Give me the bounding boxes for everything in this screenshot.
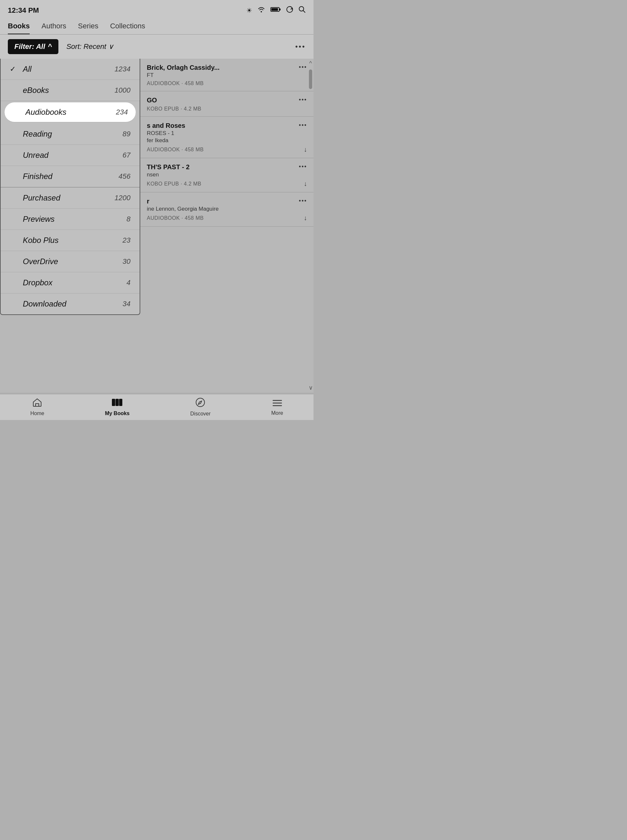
filter-option-count: 456 [118, 172, 131, 181]
svg-rect-1 [271, 8, 278, 11]
more-options-button[interactable]: ••• [295, 42, 306, 51]
bottom-nav: Home My Books Discover [0, 394, 314, 420]
filter-option-count: 1000 [115, 86, 131, 94]
discover-icon [195, 398, 205, 409]
book-author: nsen [147, 171, 307, 178]
filter-option-count: 34 [123, 300, 131, 308]
sort-button[interactable]: Sort: Recent ∨ [66, 42, 113, 51]
svg-rect-8 [116, 399, 118, 406]
filter-option-ebooks[interactable]: eBooks 1000 [1, 80, 140, 101]
book-meta: KOBO EPUB · 4.2 MB [147, 106, 201, 112]
book-more-button[interactable]: ••• [299, 122, 307, 129]
filter-option-koboplus[interactable]: Kobo Plus 23 [1, 230, 140, 251]
tab-authors[interactable]: Authors [41, 22, 66, 34]
filter-option-label: OverDrive [23, 257, 123, 266]
tab-books[interactable]: Books [8, 22, 30, 34]
sort-chevron-icon: ∨ [108, 42, 113, 51]
status-icons: ☀ [246, 6, 306, 15]
book-title: GO [147, 96, 299, 104]
home-icon [32, 398, 42, 409]
download-button[interactable]: ↓ [304, 180, 307, 187]
filter-option-reading[interactable]: Reading 89 [1, 124, 140, 145]
filter-option-count: 1234 [115, 65, 131, 73]
book-more-button[interactable]: ••• [299, 198, 307, 204]
filter-option-count: 1200 [115, 194, 131, 202]
tab-collections[interactable]: Collections [110, 22, 145, 34]
filter-option-downloaded[interactable]: Downloaded 34 [1, 294, 140, 315]
download-button[interactable]: ↓ [304, 214, 307, 222]
nav-mybooks-label: My Books [105, 411, 130, 417]
filter-option-label: Previews [23, 215, 126, 224]
book-meta: AUDIOBOOK · 458 MB [147, 80, 203, 87]
svg-rect-2 [280, 8, 280, 11]
filter-option-label: Downloaded [23, 299, 123, 308]
filter-bar: Filter: All ^ Sort: Recent ∨ ••• [0, 35, 314, 59]
tab-series[interactable]: Series [78, 22, 98, 34]
check-icon: ✓ [10, 65, 17, 73]
filter-option-finished[interactable]: Finished 456 [1, 166, 140, 187]
nav-mybooks[interactable]: My Books [105, 398, 130, 417]
filter-option-label: Purchased [23, 193, 115, 203]
filter-option-label: Kobo Plus [23, 236, 123, 245]
scroll-thumb[interactable] [309, 69, 312, 89]
main-area: Brick, Orlagh Cassidy... ••• FT AUDIOBOO… [0, 59, 314, 393]
filter-option-label: Unread [23, 151, 123, 160]
filter-option-audiobooks[interactable]: Audiobooks 234 [5, 102, 136, 122]
filter-option-count: 30 [123, 257, 131, 266]
search-icon[interactable] [298, 6, 306, 15]
mybooks-icon [112, 398, 123, 409]
book-meta: KOBO EPUB · 4.2 MB [147, 181, 201, 187]
filter-option-label: eBooks [23, 86, 115, 95]
book-author: ine Lennon, Georgia Maguire [147, 206, 307, 212]
filter-option-dropbox[interactable]: Dropbox 4 [1, 272, 140, 294]
status-bar: 12:34 PM ☀ [0, 0, 314, 18]
filter-option-label: Dropbox [23, 278, 126, 287]
book-more-button[interactable]: ••• [299, 96, 307, 103]
scroll-up-button[interactable]: ^ [308, 59, 313, 68]
book-item: TH'S PAST - 2 ••• nsen KOBO EPUB · 4.2 M… [140, 158, 314, 192]
brightness-icon: ☀ [246, 6, 252, 14]
download-button[interactable]: ↓ [304, 146, 307, 153]
sort-label: Sort: Recent [66, 42, 106, 51]
scroll-down-button[interactable]: ∨ [307, 383, 314, 393]
svg-rect-6 [36, 404, 39, 406]
nav-more[interactable]: More [271, 398, 283, 416]
svg-rect-7 [112, 399, 115, 406]
filter-button[interactable]: Filter: All ^ [8, 39, 58, 54]
filter-option-count: 4 [126, 278, 131, 287]
filter-option-count: 8 [126, 215, 131, 223]
nav-discover[interactable]: Discover [190, 398, 210, 417]
filter-option-label: All [23, 64, 115, 74]
book-title: Brick, Orlagh Cassidy... [147, 64, 299, 71]
more-icon [273, 398, 282, 409]
filter-option-label: Audiobooks [25, 108, 116, 117]
filter-option-purchased[interactable]: Purchased 1200 [1, 187, 140, 209]
scrollbar[interactable]: ^ ∨ [308, 59, 314, 393]
nav-home[interactable]: Home [30, 398, 44, 417]
filter-option-unread[interactable]: Unread 67 [1, 145, 140, 166]
filter-option-all[interactable]: ✓ All 1234 [1, 59, 140, 80]
filter-option-overdrive[interactable]: OverDrive 30 [1, 251, 140, 272]
book-subtitle: FT [147, 72, 307, 79]
book-more-button[interactable]: ••• [299, 64, 307, 71]
sync-icon[interactable] [286, 6, 293, 15]
book-meta: AUDIOBOOK · 458 MB [147, 215, 203, 221]
book-item: r ••• ine Lennon, Georgia Maguire AUDIOB… [140, 192, 314, 227]
svg-point-10 [196, 398, 205, 407]
book-more-button[interactable]: ••• [299, 164, 307, 170]
filter-option-label: Finished [23, 172, 118, 181]
tab-bar: Books Authors Series Collections [0, 18, 314, 35]
filter-option-count: 89 [123, 130, 131, 138]
filter-option-previews[interactable]: Previews 8 [1, 209, 140, 230]
book-author: fer Ikeda [147, 137, 307, 144]
filter-option-label: Reading [23, 129, 123, 138]
book-title: TH'S PAST - 2 [147, 164, 299, 171]
book-item: s and Roses ••• ROSES - 1 fer Ikeda AUDI… [140, 117, 314, 158]
filter-dropdown: ✓ All 1234 eBooks 1000 Audiobooks 234 Re… [0, 59, 140, 315]
battery-icon [271, 6, 281, 14]
book-subtitle: ROSES - 1 [147, 130, 307, 137]
book-meta: AUDIOBOOK · 458 MB [147, 147, 203, 153]
nav-more-label: More [271, 410, 283, 416]
book-item: GO ••• KOBO EPUB · 4.2 MB [140, 91, 314, 117]
filter-option-count: 234 [116, 108, 128, 116]
